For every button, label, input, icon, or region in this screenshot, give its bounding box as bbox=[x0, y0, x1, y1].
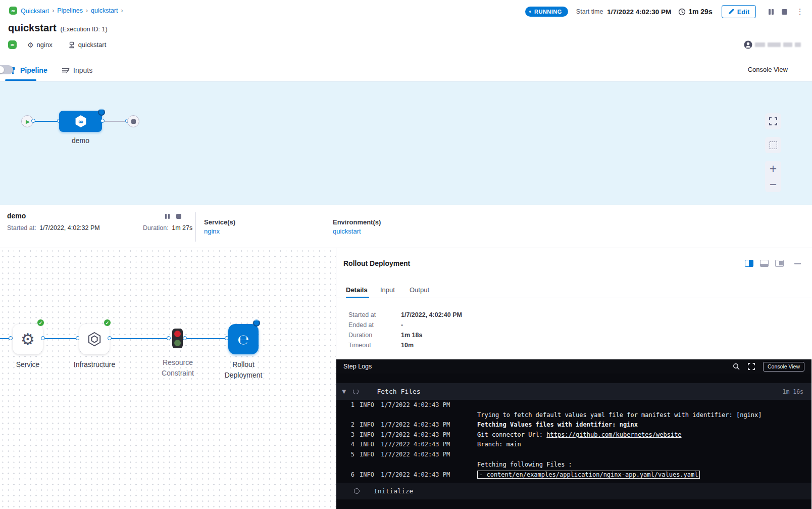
more-options-button[interactable]: ⋮ bbox=[796, 11, 804, 13]
tab-output[interactable]: Output bbox=[410, 282, 429, 298]
edge-connector-dot bbox=[31, 119, 35, 123]
tab-details[interactable]: Details bbox=[346, 282, 368, 298]
canvas-zoom-controls: + − bbox=[765, 161, 781, 192]
log-search-button[interactable] bbox=[733, 363, 740, 370]
step-node-service[interactable]: ⚙ bbox=[13, 324, 43, 354]
step-label-service: Service bbox=[3, 359, 53, 370]
canvas-select-button[interactable] bbox=[765, 137, 781, 153]
step-node-rollout-deployment[interactable]: ℮ bbox=[228, 324, 259, 354]
breadcrumb-link-pipeline-name[interactable]: quickstart bbox=[91, 7, 118, 14]
svg-text:∞: ∞ bbox=[78, 118, 83, 125]
panel-minimize-button[interactable] bbox=[794, 263, 801, 264]
service-tag[interactable]: ⚙ nginx bbox=[27, 41, 53, 49]
step-node-infrastructure[interactable] bbox=[79, 324, 110, 354]
detail-value: - bbox=[401, 321, 403, 329]
pause-execution-button[interactable] bbox=[769, 9, 774, 15]
stop-icon bbox=[131, 119, 136, 124]
canvas-fullscreen-button[interactable] bbox=[765, 113, 781, 129]
execution-graph[interactable]: ⚙ ✓ Service ✓ Infrastructure Resource Co… bbox=[0, 248, 336, 509]
inputs-icon bbox=[62, 67, 70, 74]
zoom-in-button[interactable]: + bbox=[769, 164, 777, 173]
status-dot-icon bbox=[529, 11, 531, 13]
log-line: Fetching following Files : bbox=[336, 461, 811, 471]
panel-title: Rollout Deployment bbox=[343, 259, 410, 267]
edge-connector-dot bbox=[108, 336, 112, 340]
console-view-toggle[interactable] bbox=[0, 65, 13, 74]
log-section-initialize[interactable]: Initialize bbox=[336, 483, 811, 499]
layout-split-panel-button[interactable] bbox=[775, 260, 784, 267]
play-icon: ▶ bbox=[26, 119, 30, 124]
pipeline-execution-page: ∞ Quickstart › Pipelines › quickstart › … bbox=[0, 0, 812, 509]
layout-bottom-panel-button[interactable] bbox=[760, 260, 769, 267]
stage-running-spinner-icon bbox=[98, 109, 105, 116]
layout-right-panel-button[interactable] bbox=[745, 260, 753, 267]
elapsed-time: 1m 29s bbox=[688, 8, 712, 16]
status-badge: RUNNING bbox=[525, 7, 568, 17]
stage-pause-button[interactable] bbox=[165, 214, 170, 219]
environments-label: Environment(s) bbox=[333, 218, 381, 226]
stage-started-at: Started at: 1/7/2022, 4:02:32 PM bbox=[7, 224, 100, 232]
redacted-user-text bbox=[755, 42, 765, 47]
service-gear-icon: ⚙ bbox=[21, 332, 35, 347]
log-section-name: Initialize bbox=[374, 487, 413, 495]
stage-node-demo[interactable]: ∞ bbox=[59, 111, 102, 132]
stage-node-label: demo bbox=[59, 136, 102, 145]
edge-stage-to-end bbox=[102, 121, 127, 122]
breadcrumb-separator: › bbox=[86, 7, 88, 14]
detail-value: 10m bbox=[401, 342, 414, 349]
tab-inputs[interactable]: Inputs bbox=[62, 60, 92, 81]
chevron-down-icon: ▼ bbox=[342, 388, 346, 395]
gear-icon: ⚙ bbox=[27, 41, 34, 49]
tab-pipeline[interactable]: Pipeline bbox=[9, 60, 47, 81]
edge-connector-dot bbox=[41, 336, 45, 340]
log-line: 6INFO1/7/2022 4:02:43 PM- content/en/exa… bbox=[336, 471, 811, 481]
log-section-fetch-files[interactable]: ▼ Fetch Files 1m 16s bbox=[336, 383, 811, 400]
breadcrumb: ∞ Quickstart › Pipelines › quickstart › bbox=[9, 6, 126, 15]
stage-duration: Duration: 1m 27s bbox=[143, 224, 192, 232]
harness-logo-icon: ∞ bbox=[9, 7, 17, 15]
title-row: quickstart (Execution ID: 1) bbox=[8, 22, 108, 34]
stage-name: demo bbox=[7, 212, 26, 220]
clock-icon bbox=[678, 8, 686, 16]
pipeline-canvas[interactable]: ▶ ∞ demo + − bbox=[0, 81, 812, 205]
log-console-view-button[interactable]: Console View bbox=[763, 362, 804, 372]
breadcrumb-separator: › bbox=[121, 7, 123, 14]
edge-connector-dot bbox=[100, 119, 105, 123]
detail-label: Duration bbox=[348, 332, 401, 339]
log-link[interactable]: https://github.com/kubernetes/website bbox=[546, 431, 681, 438]
step-node-resource-constraint[interactable] bbox=[172, 329, 183, 348]
log-line: 4INFO1/7/2022 4:02:43 PMBranch: main bbox=[336, 441, 811, 451]
start-time-value: 1/7/2022 4:02:30 PM bbox=[607, 8, 671, 16]
log-line: 5INFO1/7/2022 4:02:43 PM bbox=[336, 451, 811, 461]
panel-tabbar: Details Input Output bbox=[336, 282, 811, 298]
pipeline-end-node[interactable] bbox=[127, 115, 139, 127]
avatar-icon bbox=[744, 40, 752, 49]
detail-row: Started at 1/7/2022, 4:02:40 PM bbox=[348, 310, 462, 320]
log-expand-button[interactable] bbox=[748, 363, 755, 370]
stop-execution-button[interactable] bbox=[782, 9, 787, 15]
execution-status-row: RUNNING Start time 1/7/2022 4:02:30 PM 1… bbox=[525, 5, 804, 18]
stage-stop-button[interactable] bbox=[176, 214, 181, 219]
tab-input[interactable]: Input bbox=[380, 282, 395, 298]
log-section-duration: 1m 16s bbox=[782, 388, 803, 395]
environment-link-quickstart[interactable]: quickstart bbox=[333, 227, 361, 235]
service-link-nginx[interactable]: nginx bbox=[204, 227, 220, 235]
step-logs-console[interactable]: ▼ Fetch Files 1m 16s 1INFO1/7/2022 4:02:… bbox=[336, 374, 811, 509]
breadcrumb-link-quickstart[interactable]: Quickstart bbox=[21, 8, 49, 15]
pencil-icon bbox=[728, 9, 734, 15]
breadcrumb-link-pipelines[interactable]: Pipelines bbox=[57, 7, 83, 14]
divider bbox=[195, 212, 196, 242]
edit-button[interactable]: Edit bbox=[722, 5, 756, 18]
redacted-user-text bbox=[768, 42, 781, 47]
environment-tag[interactable]: quickstart bbox=[68, 41, 107, 49]
harness-cd-icon: ∞ bbox=[8, 40, 17, 49]
stage-info-bar: demo Started at: 1/7/2022, 4:02:32 PM Du… bbox=[0, 205, 812, 248]
log-section-name: Fetch Files bbox=[377, 388, 420, 395]
environment-icon bbox=[68, 41, 75, 49]
success-check-icon: ✓ bbox=[37, 319, 44, 327]
details-table: Started at 1/7/2022, 4:02:40 PM Ended at… bbox=[348, 310, 462, 350]
cd-stage-icon: ∞ bbox=[73, 114, 88, 129]
log-line: Trying to fetch default values yaml file… bbox=[336, 411, 811, 422]
zoom-out-button[interactable]: − bbox=[769, 179, 777, 189]
console-view-label: Console View bbox=[748, 66, 788, 73]
